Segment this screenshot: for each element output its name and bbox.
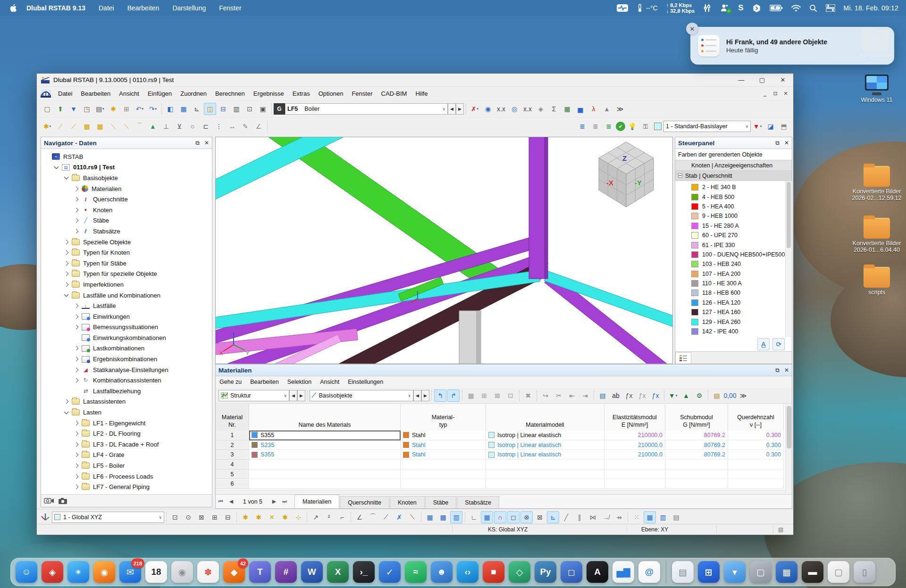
- line2-icon[interactable]: ∥: [573, 511, 586, 523]
- material-model-cell[interactable]: Isotrop | Linear elastisch: [486, 431, 604, 440]
- poisson-cell[interactable]: 0.300: [728, 450, 784, 460]
- corner-icon[interactable]: ⊾: [547, 511, 559, 523]
- spotlight-search-icon[interactable]: [809, 4, 817, 12]
- fx-delete-icon[interactable]: ƒx: [636, 389, 648, 402]
- overflow-icon[interactable]: ≫: [614, 103, 626, 115]
- dock-icon-gray-window[interactable]: ▢: [750, 561, 772, 583]
- worklayer-icon[interactable]: ⊾: [191, 103, 203, 115]
- window-minimize-button[interactable]: —: [731, 74, 752, 86]
- dock-icon-downloads-folder[interactable]: ▾: [724, 561, 746, 583]
- active-color-swatch[interactable]: [654, 123, 662, 130]
- tangent-icon[interactable]: ⟋: [380, 511, 392, 523]
- dock-icon-mail[interactable]: ✉218: [119, 561, 141, 583]
- tree-item-querschnitte[interactable]: IQuerschnitte: [41, 194, 212, 205]
- tree-expander-icon[interactable]: [74, 314, 79, 319]
- desktop-icon-konvertierte-bilder-jan[interactable]: Konvertierte Bilder 2026-01...6.04.40: [851, 218, 903, 253]
- cross-icon[interactable]: ✗: [393, 511, 405, 523]
- tree-expander-icon[interactable]: [54, 164, 59, 169]
- render-cone-icon[interactable]: ▲: [147, 120, 159, 133]
- tree-expander-icon[interactable]: [64, 409, 69, 414]
- dock-icon-teams[interactable]: T: [249, 561, 271, 583]
- guide-icon[interactable]: ∠: [252, 120, 265, 133]
- table-tab-stabsätze[interactable]: Stabsätze: [457, 496, 499, 508]
- app-menu-ansicht[interactable]: Ansicht: [115, 88, 143, 99]
- cube-face-left-label[interactable]: -X: [606, 179, 613, 187]
- lightbulb-icon[interactable]: 💡: [626, 120, 638, 133]
- dock-icon-jira[interactable]: ◆42: [223, 561, 245, 583]
- tree-item-lasten[interactable]: Lasten: [41, 407, 212, 418]
- menubar-app-name[interactable]: Dlubal RSTAB 9.13: [26, 4, 85, 12]
- tree-expander-icon[interactable]: [64, 399, 69, 404]
- window-close-button[interactable]: ✕: [772, 74, 793, 86]
- first-table-button[interactable]: ⏮: [216, 497, 226, 507]
- dock-icon-safari[interactable]: ✴: [67, 561, 89, 583]
- legend-item[interactable]: 110 - HE 300 A: [691, 279, 792, 288]
- tree-expander-icon[interactable]: [64, 292, 69, 297]
- shift-left-icon[interactable]: ⇤: [566, 389, 578, 402]
- sheet-icon[interactable]: ▤: [670, 511, 682, 523]
- table-vertical-scrollbar[interactable]: [785, 404, 792, 495]
- loadcase-type-button[interactable]: G: [274, 103, 285, 115]
- snap-node-icon[interactable]: ✱: [239, 511, 252, 523]
- legend-item[interactable]: 129 - HEA 260: [691, 317, 792, 326]
- next-table-button[interactable]: ▶: [297, 390, 305, 401]
- mirror-icon[interactable]: ⊠: [195, 511, 208, 523]
- tree-expander-icon[interactable]: [74, 421, 79, 425]
- desktop-icon-konvertierte-bilder-feb[interactable]: Konvertierte Bilder 2026-02...12.59.12: [851, 166, 903, 201]
- dock-icon-photos[interactable]: ✽: [197, 561, 219, 583]
- new-curve-icon[interactable]: ⌒: [134, 120, 146, 133]
- tree-expander-icon[interactable]: [74, 197, 79, 202]
- table-tab-stäbe[interactable]: Stäbe: [425, 496, 457, 508]
- dock-icon-word[interactable]: W: [301, 561, 323, 583]
- legend-item[interactable]: 142 - IPE 400: [691, 327, 792, 336]
- row-number-cell[interactable]: 1: [216, 431, 249, 440]
- color-scale-button[interactable]: A̲: [757, 338, 770, 350]
- box-select-icon[interactable]: ◻: [507, 511, 520, 523]
- table-tab-knoten[interactable]: Knoten: [390, 496, 425, 508]
- materials-panel-header[interactable]: Materialien ⧉✕: [216, 364, 792, 376]
- grid-settings-icon[interactable]: ▩: [437, 511, 449, 523]
- tree-expander-icon[interactable]: [64, 272, 69, 276]
- tree-item-lf5-boiler[interactable]: LF5 - Boiler: [41, 460, 212, 471]
- hexagon-app-icon[interactable]: [752, 4, 761, 13]
- tree-item-lf7-general-piping[interactable]: LF7 - General Piping: [41, 481, 212, 492]
- table-group-combobox[interactable]: Struktur∨: [218, 390, 289, 401]
- tree-expander-icon[interactable]: [74, 325, 79, 330]
- column-header-name-des-materials[interactable]: Name des Materials: [249, 404, 401, 431]
- shift-right-icon[interactable]: ⇥: [579, 389, 591, 402]
- empty-cell[interactable]: [486, 480, 604, 489]
- dock-icon-parallels-windows[interactable]: ⊞: [698, 561, 720, 583]
- dock-icon-excel[interactable]: X: [327, 561, 349, 583]
- apple-menu-icon[interactable]: [9, 4, 18, 12]
- g-modulus-cell[interactable]: 80769.2: [665, 450, 728, 460]
- prev-category-button[interactable]: ◀: [413, 390, 421, 401]
- calc-params-icon[interactable]: Σ: [548, 103, 560, 115]
- table-category-combobox[interactable]: ⟋ Basisobjekte∨: [310, 390, 413, 401]
- network-speed-status[interactable]: ↑ 8,2 Kbps↓ 32,8 Kbps: [666, 2, 695, 14]
- dock-icon-blue-tile[interactable]: ▦: [776, 561, 797, 583]
- row-number-cell[interactable]: 5: [216, 470, 249, 480]
- panel-float-icon[interactable]: ⧉: [195, 140, 200, 146]
- open-model-icon[interactable]: ⬆: [54, 103, 67, 115]
- column-header-typ[interactable]: Material-typ: [401, 404, 486, 431]
- app-menu-einfgen[interactable]: Einfügen: [143, 88, 176, 99]
- menubar-menu-fenster[interactable]: Fenster: [219, 4, 241, 12]
- empty-cell[interactable]: [486, 460, 604, 470]
- empty-cell[interactable]: [604, 470, 665, 480]
- color-legend-tab[interactable]: [675, 352, 691, 364]
- steuerpanel-row-stab-querschnitt[interactable]: Stab | Querschnitt: [675, 171, 792, 181]
- magnet-icon[interactable]: ∩: [494, 511, 506, 523]
- legend-item[interactable]: 5 - HEA 400: [691, 202, 792, 211]
- fx-view-icon[interactable]: ƒx: [649, 389, 662, 402]
- dock-icon-app-store-red[interactable]: ◈: [42, 561, 63, 583]
- result-eye-icon[interactable]: ◎: [508, 103, 520, 115]
- navigator-header[interactable]: Navigator - Daten ⧉✕: [41, 137, 212, 149]
- tree-item-lastassistenten[interactable]: Lastassistenten: [41, 397, 212, 407]
- empty-cell[interactable]: [249, 470, 401, 480]
- dots-grid-icon[interactable]: ⊡: [504, 389, 517, 402]
- tree-item-einwirkungen[interactable]: Einwirkungen: [41, 311, 212, 322]
- empty-cell[interactable]: [665, 460, 728, 470]
- dock-icon-pdf-app[interactable]: ■: [483, 561, 504, 583]
- legend-item[interactable]: 15 - HE 280 A: [691, 221, 792, 231]
- tables-toggle-icon[interactable]: ▦: [177, 103, 190, 115]
